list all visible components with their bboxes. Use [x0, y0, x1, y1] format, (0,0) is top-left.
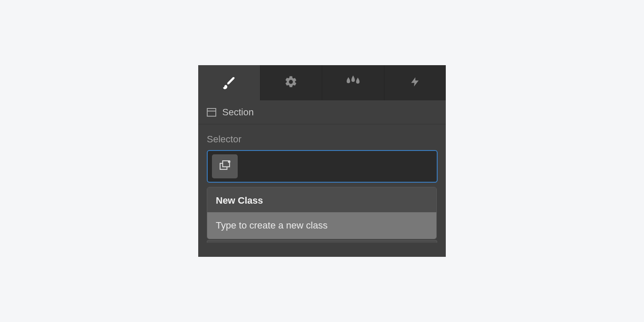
- brush-icon: [222, 75, 236, 91]
- tab-effects[interactable]: [322, 65, 384, 100]
- tab-settings[interactable]: [260, 65, 323, 100]
- svg-point-4: [228, 160, 230, 163]
- style-panel: Section Selector New Class: [198, 65, 446, 257]
- lightning-icon: [409, 75, 420, 90]
- element-type-label: Section: [222, 107, 254, 118]
- selector-dropdown: New Class Type to create a new class: [207, 187, 437, 239]
- section-icon: [207, 108, 216, 117]
- panel-tabbar: [198, 65, 446, 100]
- dropdown-prompt-row[interactable]: Type to create a new class: [207, 212, 436, 239]
- states-icon: [219, 160, 230, 172]
- selector-section: Selector: [198, 124, 446, 183]
- dropdown-next-section: [207, 240, 437, 243]
- element-type-row: Section: [198, 100, 446, 124]
- tab-style[interactable]: [198, 65, 260, 100]
- states-button[interactable]: [212, 154, 238, 178]
- raindrops-icon: [345, 75, 361, 90]
- selector-label: Selector: [207, 134, 437, 145]
- app-canvas: Section Selector New Class: [0, 0, 644, 322]
- dropdown-heading: New Class: [207, 187, 436, 212]
- gear-icon: [284, 75, 298, 90]
- tab-interactions[interactable]: [384, 65, 446, 100]
- selector-input[interactable]: [207, 150, 438, 183]
- svg-rect-0: [207, 108, 216, 116]
